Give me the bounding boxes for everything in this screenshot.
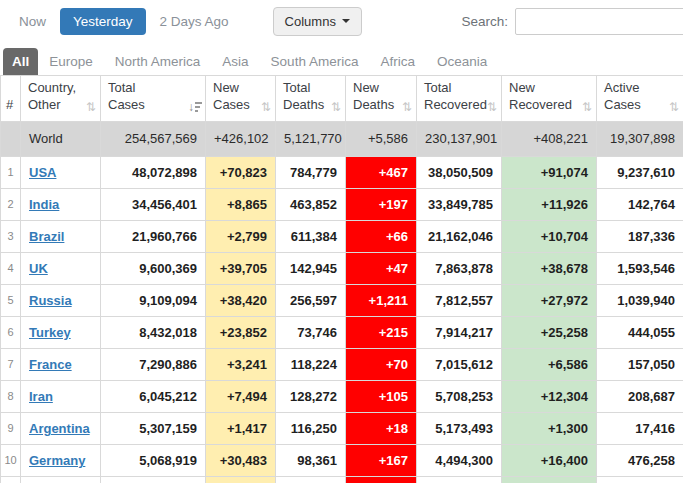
- new-recovered-cell: +1,300: [502, 412, 597, 444]
- table-row: 5 Russia 9,109,094 +38,420 256,597 +1,21…: [1, 284, 683, 316]
- new-recovered-cell: +12,304: [502, 380, 597, 412]
- country-link[interactable]: Russia: [29, 293, 72, 308]
- rank-cell: 5: [1, 284, 21, 316]
- new-cases-cell: +426,102: [206, 121, 276, 156]
- header-country[interactable]: Country, Other ⇅: [21, 76, 101, 122]
- rank-cell: 9: [1, 412, 21, 444]
- active-cases-cell: [597, 476, 683, 483]
- new-deaths-cell: +197: [346, 188, 417, 220]
- header-total-recovered-line1: Total: [424, 80, 451, 95]
- table-row: 2 India 34,456,401 +8,865 463,852 +197 3…: [1, 188, 683, 220]
- tab-yesterday[interactable]: Yesterday: [60, 8, 146, 35]
- active-cases-cell: 17,416: [597, 412, 683, 444]
- total-cases-cell: 21,960,766: [101, 220, 206, 252]
- region-tab-europe[interactable]: Europe: [38, 48, 104, 75]
- region-tab-africa[interactable]: Africa: [369, 48, 426, 75]
- rank-cell: 7: [1, 348, 21, 380]
- active-cases-cell: 1,039,940: [597, 284, 683, 316]
- country-link[interactable]: Brazil: [29, 229, 64, 244]
- rank-cell: 6: [1, 316, 21, 348]
- tab-2-days-ago[interactable]: 2 Days Ago: [154, 8, 235, 35]
- tab-now[interactable]: Now: [13, 8, 52, 35]
- country-link[interactable]: Iran: [29, 389, 53, 404]
- new-cases-cell: +23,852: [206, 316, 276, 348]
- country-link[interactable]: UK: [29, 261, 48, 276]
- new-recovered-cell: +38,678: [502, 252, 597, 284]
- country-cell: UK: [21, 252, 101, 284]
- country-link[interactable]: Germany: [29, 453, 85, 468]
- header-rank[interactable]: #: [1, 76, 21, 122]
- header-country-line2: Other: [28, 97, 61, 112]
- country-cell: [21, 476, 101, 483]
- new-deaths-cell: +70: [346, 348, 417, 380]
- table-row: 1 USA 48,072,898 +70,823 784,779 +467 38…: [1, 156, 683, 188]
- country-link[interactable]: USA: [29, 165, 56, 180]
- region-tab-all[interactable]: All: [3, 48, 38, 75]
- total-recovered-cell: 7,015,612: [417, 348, 502, 380]
- total-cases-cell: 9,109,094: [101, 284, 206, 316]
- country-cell: USA: [21, 156, 101, 188]
- rank-cell: 4: [1, 252, 21, 284]
- total-cases-cell: 5,068,919: [101, 444, 206, 476]
- header-new-cases[interactable]: New Cases ⇅: [206, 76, 276, 122]
- country-cell: Argentina: [21, 412, 101, 444]
- active-cases-cell: 157,050: [597, 348, 683, 380]
- header-country-line1: Country,: [28, 80, 76, 95]
- columns-button-label: Columns: [285, 14, 336, 29]
- country-link[interactable]: India: [29, 197, 59, 212]
- new-recovered-cell: +6,586: [502, 348, 597, 380]
- region-tab-south-america[interactable]: South America: [260, 48, 370, 75]
- country-cell: France: [21, 348, 101, 380]
- new-cases-cell: +8,865: [206, 188, 276, 220]
- total-deaths-cell: 128,272: [276, 380, 346, 412]
- header-total-deaths-line1: Total: [283, 80, 310, 95]
- total-recovered-cell: 7,914,217: [417, 316, 502, 348]
- total-recovered-cell: 33,849,785: [417, 188, 502, 220]
- table-row: 10 Germany 5,068,919 +30,483 98,361 +167…: [1, 444, 683, 476]
- total-cases-cell: 8,432,018: [101, 316, 206, 348]
- country-link[interactable]: Argentina: [29, 421, 90, 436]
- active-cases-cell: 187,336: [597, 220, 683, 252]
- sort-both-icon: ⇅: [669, 101, 679, 113]
- region-tab-asia[interactable]: Asia: [211, 48, 259, 75]
- new-recovered-cell: +27,972: [502, 284, 597, 316]
- region-tab-oceania[interactable]: Oceania: [426, 48, 498, 75]
- sort-both-icon: ⇅: [487, 101, 497, 113]
- header-active-cases[interactable]: Active Cases ⇅: [597, 76, 683, 122]
- total-recovered-cell: 7,863,878: [417, 252, 502, 284]
- country-cell: Germany: [21, 444, 101, 476]
- header-new-deaths[interactable]: New Deaths ⇅: [346, 76, 417, 122]
- total-deaths-cell: 256,597: [276, 284, 346, 316]
- rank-cell: [1, 476, 21, 483]
- table-row-partial: [1, 476, 683, 483]
- new-recovered-cell: +11,926: [502, 188, 597, 220]
- total-recovered-cell: [417, 476, 502, 483]
- new-cases-cell: +30,483: [206, 444, 276, 476]
- sort-both-icon: ⇅: [261, 101, 271, 113]
- country-cell: India: [21, 188, 101, 220]
- rank-cell: 3: [1, 220, 21, 252]
- new-deaths-cell: +467: [346, 156, 417, 188]
- topbar: Now Yesterday 2 Days Ago Columns Search:: [0, 0, 683, 42]
- new-deaths-cell: +1,211: [346, 284, 417, 316]
- new-cases-cell: [206, 476, 276, 483]
- header-total-cases[interactable]: Total Cases ↓: [101, 76, 206, 122]
- rank-cell: 8: [1, 380, 21, 412]
- header-new-recovered[interactable]: New Recovered ⇅: [502, 76, 597, 122]
- table-row: 8 Iran 6,045,212 +7,494 128,272 +105 5,7…: [1, 380, 683, 412]
- new-deaths-cell: +47: [346, 252, 417, 284]
- header-rank-label: #: [6, 97, 13, 112]
- search-input[interactable]: [515, 8, 683, 35]
- table-row: 4 UK 9,600,369 +39,705 142,945 +47 7,863…: [1, 252, 683, 284]
- country-link[interactable]: Turkey: [29, 325, 71, 340]
- total-deaths-cell: 73,746: [276, 316, 346, 348]
- header-total-recovered[interactable]: Total Recovered ⇅: [417, 76, 502, 122]
- new-cases-cell: +3,241: [206, 348, 276, 380]
- columns-button[interactable]: Columns: [273, 7, 362, 36]
- country-cell: Brazil: [21, 220, 101, 252]
- header-total-deaths-line2: Deaths: [283, 97, 324, 112]
- region-tab-north-america[interactable]: North America: [104, 48, 212, 75]
- world-row: World 254,567,569 +426,102 5,121,770 +5,…: [1, 121, 683, 156]
- header-total-deaths[interactable]: Total Deaths ⇅: [276, 76, 346, 122]
- country-link[interactable]: France: [29, 357, 72, 372]
